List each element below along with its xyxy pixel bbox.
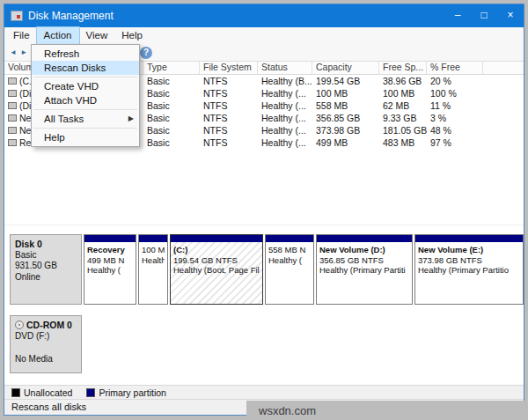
cell-status: Healthy (... — [258, 137, 312, 148]
cd-rom-media-status: No Media — [15, 354, 77, 365]
disk-0-header[interactable]: Disk 0 Basic 931.50 GB Online — [10, 234, 82, 305]
partition-status: Healthy (Primary Partiti — [319, 265, 409, 276]
column-free-space[interactable]: Free Sp... — [379, 62, 427, 74]
cd-rom-header[interactable]: CD-ROM 0 DVD (F:) No Media — [10, 315, 82, 373]
menu-item-rescan-disks[interactable]: Rescan Disks — [32, 61, 139, 75]
cell-free-space: 62 MB — [379, 100, 427, 111]
cell-type: Basic — [143, 137, 200, 148]
disk-0-row: Disk 0 Basic 931.50 GB Online Recovery 4… — [10, 234, 524, 305]
cell-free-space: 9.33 GB — [379, 113, 427, 123]
menu-item-create-vhd[interactable]: Create VHD — [32, 79, 139, 93]
cell-capacity: 499 MB — [312, 137, 379, 148]
cell-pct-free: 11 % — [427, 100, 483, 111]
primary-partition-strip — [266, 235, 313, 242]
cell-type: Basic — [143, 125, 200, 136]
cell-status: Healthy (... — [258, 125, 312, 136]
menu-item-all-tasks[interactable]: All Tasks ▶ — [32, 112, 139, 126]
legend-unallocated-label: Unallocated — [24, 387, 72, 398]
cell-file-system: NTFS — [200, 76, 258, 86]
menu-help[interactable]: Help — [114, 27, 150, 44]
partition-label: New Volume (E:) — [418, 245, 520, 255]
menu-item-attach-vhd[interactable]: Attach VHD — [32, 93, 139, 107]
primary-partition-strip — [415, 235, 523, 242]
column-type[interactable]: Type — [143, 62, 200, 74]
cell-free-space: 483 MB — [379, 137, 427, 148]
column-status[interactable]: Status — [258, 62, 312, 74]
partition-size: 199.54 GB NTFS — [173, 255, 260, 266]
watermark: wsxdn.com — [246, 401, 528, 420]
cd-rom-icon — [15, 321, 24, 329]
cell-status: Healthy (B... — [258, 76, 312, 86]
column-pct-free[interactable]: % Free — [427, 62, 483, 74]
cell-capacity: 100 MB — [312, 88, 379, 99]
partition-status: Healthy ( — [268, 255, 311, 266]
menu-action[interactable]: Action — [37, 27, 79, 44]
cell-pct-free: 100 % — [427, 88, 483, 99]
cell-free-space: 38.96 GB — [379, 76, 427, 86]
partition-size: 499 MB N — [87, 255, 133, 266]
close-button[interactable]: × — [497, 4, 524, 27]
menu-file[interactable]: File — [6, 27, 37, 44]
minimize-button[interactable]: – — [444, 4, 471, 27]
disk-status: Online — [15, 272, 77, 284]
unallocated-color-swatch — [11, 388, 20, 397]
disk-size: 931.50 GB — [15, 261, 77, 272]
disk-type: Basic — [15, 250, 77, 262]
volume-icon — [8, 127, 17, 134]
legend-primary-partition: Primary partition — [86, 387, 165, 398]
status-text: Rescans all disks — [11, 402, 86, 412]
volume-icon — [8, 77, 17, 85]
volume-icon — [8, 114, 17, 122]
submenu-arrow-icon: ▶ — [128, 112, 134, 126]
menu-separator — [33, 109, 137, 110]
primary-partition-color-swatch — [86, 388, 95, 397]
cell-capacity: 199.54 GB — [312, 76, 379, 86]
menu-item-help[interactable]: Help — [32, 130, 139, 144]
disk-0-partitions: Recovery 499 MB N Healthy ( 100 M Health… — [84, 234, 524, 305]
partition-size: 100 M — [142, 245, 165, 255]
column-file-system[interactable]: File System — [200, 62, 258, 74]
cell-status: Healthy (... — [258, 100, 312, 111]
back-forward-icon[interactable]: ◄ ► — [10, 48, 28, 56]
cell-type: Basic — [143, 88, 200, 99]
title-bar: Disk Management – □ × — [4, 4, 524, 27]
partition-size: 356.85 GB NTFS — [319, 255, 409, 266]
partition-status: Health — [142, 255, 165, 266]
menu-separator — [33, 128, 137, 129]
volume-icon — [8, 90, 17, 97]
partition-e[interactable]: New Volume (E:) 373.98 GB NTFS Healthy (… — [414, 234, 524, 305]
cell-type: Basic — [143, 100, 200, 111]
cell-file-system: NTFS — [200, 125, 258, 136]
partition-status: Healthy ( — [87, 265, 133, 276]
cell-free-space: 100 MB — [379, 88, 427, 99]
maximize-button[interactable]: □ — [471, 4, 497, 27]
partition-status: Healthy (Boot, Page Fil — [173, 265, 260, 276]
column-capacity[interactable]: Capacity — [312, 62, 379, 74]
primary-partition-strip — [84, 235, 136, 242]
partition-d[interactable]: New Volume (D:) 356.85 GB NTFS Healthy (… — [316, 234, 413, 305]
primary-partition-strip — [171, 235, 262, 242]
cell-file-system: NTFS — [200, 88, 258, 99]
partition-label: New Volume (D:) — [319, 245, 409, 255]
partition-label: (C:) — [173, 245, 260, 255]
cd-rom-name: CD-ROM 0 — [26, 320, 72, 331]
menu-view[interactable]: View — [79, 27, 115, 44]
partition-c[interactable]: (C:) 199.54 GB NTFS Healthy (Boot, Page … — [170, 234, 263, 305]
watermark-text: wsxdn.com — [259, 404, 316, 417]
partition-system[interactable]: 100 M Health — [138, 234, 168, 305]
cell-status: Healthy (... — [258, 88, 312, 99]
primary-partition-strip — [317, 235, 412, 242]
legend-unallocated: Unallocated — [11, 387, 72, 398]
help-icon[interactable]: ? — [140, 47, 152, 59]
menu-item-refresh[interactable]: Refresh — [32, 47, 139, 61]
menu-bar: File Action View Help — [4, 27, 524, 44]
partition-558mb[interactable]: 558 MB N Healthy ( — [265, 234, 314, 305]
cell-capacity: 558 MB — [312, 100, 379, 111]
cell-capacity: 373.98 GB — [312, 125, 379, 136]
disk-management-window: Disk Management – □ × File Action View H… — [4, 4, 524, 416]
legend-primary-label: Primary partition — [99, 387, 165, 398]
partition-recovery[interactable]: Recovery 499 MB N Healthy ( — [84, 234, 136, 305]
volume-icon — [8, 139, 17, 146]
cell-type: Basic — [143, 113, 200, 123]
cell-capacity: 356.85 GB — [312, 113, 379, 123]
